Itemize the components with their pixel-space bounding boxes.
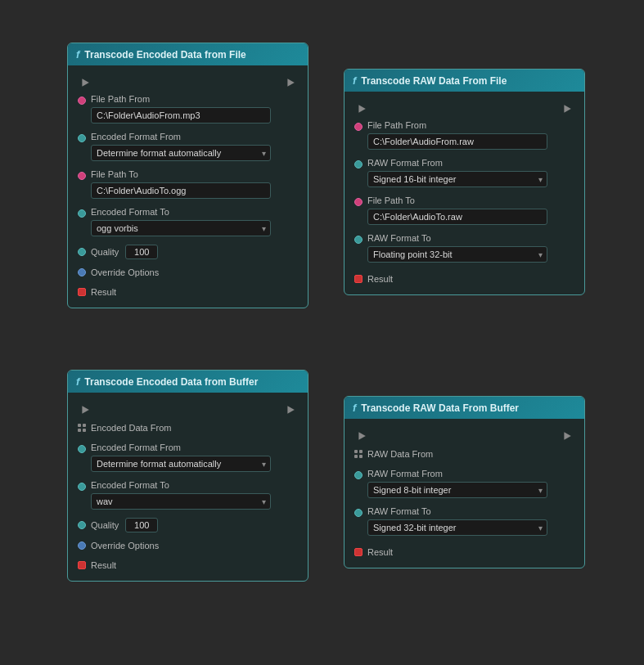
raw-format-to-label: RAW Format To (367, 506, 574, 518)
encoded-format-to-select[interactable]: ogg vorbis (91, 220, 271, 236)
result-pin (354, 275, 363, 283)
encoded-format-to-select[interactable]: wav (91, 493, 271, 510)
encoded-format-to-label: Encoded Format To (91, 207, 298, 218)
encoded-format-to-label: Encoded Format To (91, 480, 298, 492)
node-body: File Path From RAW Format From Signed 16… (345, 92, 584, 294)
svg-marker-6 (358, 432, 365, 440)
node-top-row (71, 72, 304, 92)
node-title: Transcode Encoded Data from Buffer (84, 376, 258, 388)
result-label: Result (91, 560, 116, 570)
node-top-row (348, 425, 581, 445)
node-title: Transcode Encoded Data from File (84, 49, 245, 61)
file-path-from-input[interactable] (91, 107, 271, 124)
node-header: f Transcode Encoded Data from Buffer (68, 371, 308, 393)
quality-input[interactable] (125, 245, 158, 259)
quality-input[interactable] (125, 518, 158, 532)
node-transcode-encoded-from-buffer: f Transcode Encoded Data from Buffer Enc… (67, 370, 308, 582)
encoded-format-from-select[interactable]: Determine format automatically (91, 456, 271, 472)
result-row: Result (348, 543, 581, 561)
file-path-to-input[interactable] (91, 182, 271, 199)
raw-format-to-select[interactable]: Floating point 32-bit (367, 246, 547, 263)
play-right-button[interactable] (560, 429, 574, 443)
play-right-button[interactable] (283, 75, 298, 90)
result-label: Result (91, 287, 116, 297)
svg-marker-7 (564, 432, 570, 440)
node-body: File Path From Encoded Format From Deter… (68, 65, 308, 308)
result-row: Result (348, 270, 581, 288)
function-icon: f (76, 48, 79, 61)
svg-marker-3 (564, 105, 570, 113)
node-transcode-raw-from-buffer: f Transcode RAW Data From Buffer RAW Dat… (344, 396, 585, 568)
raw-format-from-pin (354, 160, 363, 168)
override-options-label: Override Options (91, 267, 159, 277)
node-top-row (71, 399, 304, 419)
encoded-data-from-label: Encoded Data From (91, 423, 171, 433)
file-path-to-pin (354, 198, 363, 206)
node-body: RAW Data From RAW Format From Signed 8-b… (345, 419, 584, 568)
file-path-from-input[interactable] (367, 133, 547, 150)
function-icon: f (353, 74, 356, 87)
result-row: Result (71, 283, 304, 301)
encoded-format-from-row: Encoded Format From Determine format aut… (71, 129, 304, 164)
quality-row: Quality (71, 515, 304, 535)
result-pin (354, 548, 363, 556)
svg-marker-1 (287, 79, 294, 87)
play-left-button[interactable] (354, 429, 369, 443)
encoded-format-from-label: Encoded Format From (91, 132, 298, 143)
file-path-from-label: File Path From (91, 94, 298, 106)
node-title: Transcode RAW Data From Buffer (361, 402, 519, 414)
override-options-label: Override Options (91, 541, 159, 550)
raw-format-to-select[interactable]: Signed 32-bit integer (367, 519, 547, 536)
raw-format-from-select[interactable]: Signed 16-bit integer (367, 171, 547, 187)
raw-data-from-row: RAW Data From (348, 445, 581, 463)
encoded-format-to-pin (78, 483, 86, 491)
node-transcode-raw-from-file: f Transcode RAW Data From File File Path… (344, 69, 585, 295)
raw-format-to-row: RAW Format To Floating point 32-bit (348, 231, 581, 265)
file-path-to-pin (78, 172, 86, 180)
file-path-from-label: File Path From (367, 120, 574, 132)
encoded-format-from-pin (78, 445, 86, 453)
raw-format-to-label: RAW Format To (367, 233, 574, 245)
file-path-from-row: File Path From (71, 92, 304, 126)
play-left-button[interactable] (354, 101, 369, 116)
result-label: Result (367, 274, 393, 284)
quality-row: Quality (71, 242, 304, 262)
raw-format-from-pin (354, 471, 363, 479)
svg-marker-4 (82, 406, 88, 414)
raw-data-from-label: RAW Data From (367, 449, 433, 459)
node-header: f Transcode RAW Data From Buffer (345, 397, 584, 419)
play-right-button[interactable] (560, 101, 574, 116)
play-left-button[interactable] (78, 75, 92, 90)
function-icon: f (353, 402, 356, 414)
file-path-from-row: File Path From (348, 118, 581, 152)
raw-format-from-label: RAW Format From (367, 158, 574, 169)
raw-format-from-row: RAW Format From Signed 8-bit integer (348, 466, 581, 501)
file-path-to-row: File Path To (348, 193, 581, 227)
encoded-format-to-pin (78, 209, 86, 218)
raw-format-to-pin (354, 509, 363, 517)
encoded-format-from-label: Encoded Format From (91, 443, 298, 454)
quality-label: Quality (91, 247, 119, 257)
node-body: Encoded Data From Encoded Format From De… (68, 393, 308, 581)
file-path-from-pin (78, 97, 86, 105)
encoded-format-from-select[interactable]: Determine format automatically (91, 145, 271, 161)
override-options-row: Override Options (71, 537, 304, 555)
play-right-button[interactable] (283, 402, 298, 417)
result-row: Result (71, 556, 304, 574)
file-path-to-label: File Path To (91, 169, 298, 181)
encoded-format-to-row: Encoded Format To ogg vorbis (71, 204, 304, 239)
result-label: Result (367, 547, 393, 557)
file-path-from-pin (354, 123, 363, 131)
node-top-row (348, 98, 581, 118)
encoded-format-from-pin (78, 134, 86, 142)
raw-format-to-row: RAW Format To Signed 32-bit integer (348, 504, 581, 538)
file-path-to-label: File Path To (367, 195, 574, 207)
encoded-data-from-row: Encoded Data From (71, 419, 304, 437)
function-icon: f (76, 375, 79, 388)
encoded-format-to-row: Encoded Format To wav (71, 478, 304, 512)
svg-marker-2 (358, 105, 365, 113)
raw-format-from-select[interactable]: Signed 8-bit integer (367, 482, 547, 498)
play-left-button[interactable] (78, 402, 92, 417)
file-path-to-input[interactable] (367, 209, 547, 225)
svg-marker-0 (82, 79, 88, 87)
